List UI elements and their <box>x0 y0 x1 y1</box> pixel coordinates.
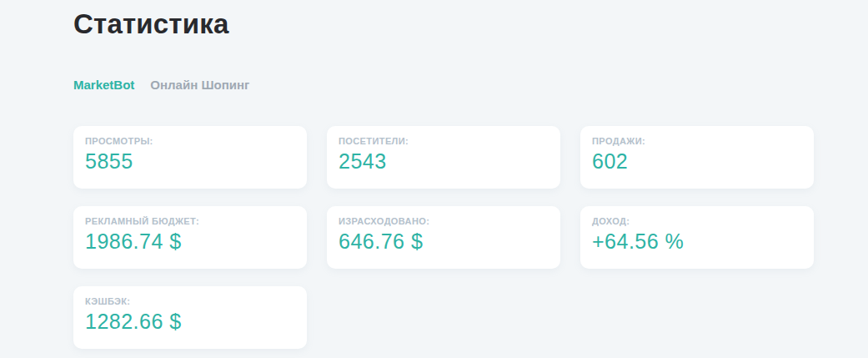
stat-label: ПРОСМОТРЫ: <box>85 136 295 146</box>
stat-card-spent: ИЗРАСХОДОВАНО: 646.76 $ <box>327 206 560 269</box>
stat-value: 1282.66 $ <box>85 310 295 334</box>
stat-value: +64.56 % <box>592 229 802 254</box>
stat-card-views: ПРОСМОТРЫ: 5855 <box>73 126 307 189</box>
stat-value: 2543 <box>339 149 549 174</box>
statistics-page: Статистика MarketBot Онлайн Шопинг ПРОСМ… <box>0 0 868 358</box>
stat-card-visitors: ПОСЕТИТЕЛИ: 2543 <box>327 126 560 189</box>
stat-label: КЭШБЭК: <box>85 296 295 306</box>
stat-value: 5855 <box>85 149 295 174</box>
tab-online-shopping[interactable]: Онлайн Шопинг <box>150 78 249 92</box>
stat-card-income: ДОХОД: +64.56 % <box>580 206 814 269</box>
stat-label: ПОСЕТИТЕЛИ: <box>339 136 549 146</box>
stat-label: ДОХОД: <box>592 216 802 226</box>
stat-label: РЕКЛАМНЫЙ БЮДЖЕТ: <box>85 216 295 226</box>
stat-label: ИЗРАСХОДОВАНО: <box>339 216 549 226</box>
tab-bar: MarketBot Онлайн Шопинг <box>73 78 868 92</box>
stat-value: 602 <box>592 149 802 174</box>
tab-marketbot[interactable]: MarketBot <box>73 78 134 92</box>
stats-card-grid: ПРОСМОТРЫ: 5855 ПОСЕТИТЕЛИ: 2543 ПРОДАЖИ… <box>73 126 868 349</box>
page-title: Статистика <box>73 7 868 41</box>
stat-value: 1986.74 $ <box>85 229 295 254</box>
stat-card-sales: ПРОДАЖИ: 602 <box>580 126 814 189</box>
stat-card-cashback: КЭШБЭК: 1282.66 $ <box>73 286 307 349</box>
stat-card-ad-budget: РЕКЛАМНЫЙ БЮДЖЕТ: 1986.74 $ <box>73 206 307 269</box>
stat-label: ПРОДАЖИ: <box>592 136 802 146</box>
stat-value: 646.76 $ <box>339 229 549 254</box>
